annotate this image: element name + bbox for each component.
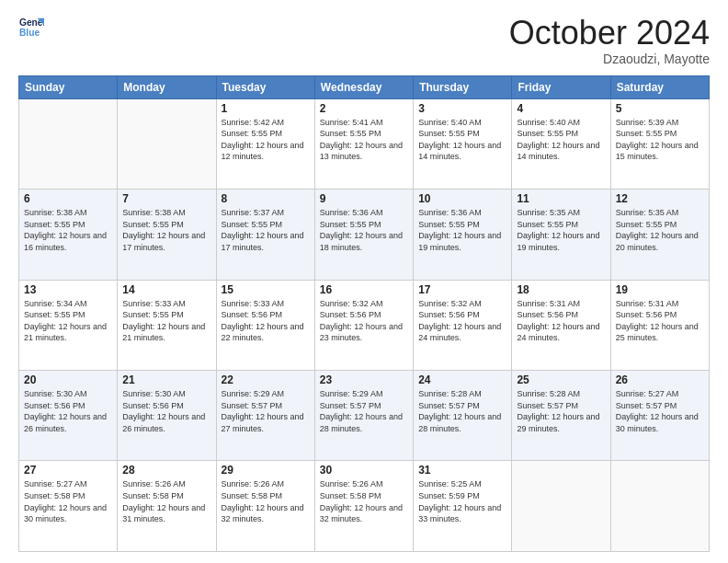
table-row: 26Sunrise: 5:27 AMSunset: 5:57 PMDayligh… <box>610 371 709 461</box>
calendar-table: Sunday Monday Tuesday Wednesday Thursday… <box>18 75 710 552</box>
table-row <box>118 98 216 189</box>
calendar-week-3: 13Sunrise: 5:34 AMSunset: 5:55 PMDayligh… <box>19 280 710 370</box>
table-row: 6Sunrise: 5:38 AMSunset: 5:55 PMDaylight… <box>19 190 118 280</box>
table-row <box>512 461 610 552</box>
col-wednesday: Wednesday <box>314 75 413 98</box>
day-number: 28 <box>122 464 210 477</box>
table-row: 20Sunrise: 5:30 AMSunset: 5:56 PMDayligh… <box>19 371 118 461</box>
day-info: Sunrise: 5:40 AMSunset: 5:55 PMDaylight:… <box>418 117 506 163</box>
month-title: October 2024 <box>509 15 710 52</box>
day-number: 19 <box>616 283 704 296</box>
page: General Blue October 2024 Dzaoudzi, Mayo… <box>0 0 728 563</box>
table-row: 3Sunrise: 5:40 AMSunset: 5:55 PMDaylight… <box>414 98 512 189</box>
day-info: Sunrise: 5:27 AMSunset: 5:58 PMDaylight:… <box>24 478 112 524</box>
day-info: Sunrise: 5:26 AMSunset: 5:58 PMDaylight:… <box>122 478 210 524</box>
day-info: Sunrise: 5:25 AMSunset: 5:59 PMDaylight:… <box>418 478 506 524</box>
logo-icon: General Blue <box>18 15 44 40</box>
day-info: Sunrise: 5:42 AMSunset: 5:55 PMDaylight:… <box>222 117 310 163</box>
day-info: Sunrise: 5:26 AMSunset: 5:58 PMDaylight:… <box>320 478 408 524</box>
day-number: 7 <box>122 192 210 205</box>
day-info: Sunrise: 5:39 AMSunset: 5:55 PMDaylight:… <box>616 117 704 163</box>
table-row: 8Sunrise: 5:37 AMSunset: 5:55 PMDaylight… <box>216 190 314 280</box>
table-row: 28Sunrise: 5:26 AMSunset: 5:58 PMDayligh… <box>118 461 216 552</box>
table-row: 24Sunrise: 5:28 AMSunset: 5:57 PMDayligh… <box>414 371 512 461</box>
col-tuesday: Tuesday <box>216 75 314 98</box>
day-info: Sunrise: 5:36 AMSunset: 5:55 PMDaylight:… <box>320 207 408 253</box>
table-row: 9Sunrise: 5:36 AMSunset: 5:55 PMDaylight… <box>314 190 413 280</box>
day-info: Sunrise: 5:27 AMSunset: 5:57 PMDaylight:… <box>616 388 704 434</box>
day-info: Sunrise: 5:40 AMSunset: 5:55 PMDaylight:… <box>517 117 605 163</box>
day-number: 8 <box>222 192 310 205</box>
col-thursday: Thursday <box>414 75 512 98</box>
day-number: 15 <box>222 283 310 296</box>
table-row <box>19 98 118 189</box>
calendar-week-2: 6Sunrise: 5:38 AMSunset: 5:55 PMDaylight… <box>19 190 710 280</box>
day-info: Sunrise: 5:32 AMSunset: 5:56 PMDaylight:… <box>320 298 408 344</box>
table-row: 2Sunrise: 5:41 AMSunset: 5:55 PMDaylight… <box>314 98 413 189</box>
day-number: 12 <box>616 192 704 205</box>
day-number: 30 <box>320 464 408 477</box>
table-row: 7Sunrise: 5:38 AMSunset: 5:55 PMDaylight… <box>118 190 216 280</box>
table-row: 22Sunrise: 5:29 AMSunset: 5:57 PMDayligh… <box>216 371 314 461</box>
day-info: Sunrise: 5:33 AMSunset: 5:55 PMDaylight:… <box>122 298 210 344</box>
day-info: Sunrise: 5:34 AMSunset: 5:55 PMDaylight:… <box>24 298 112 344</box>
day-number: 2 <box>320 102 408 115</box>
day-info: Sunrise: 5:26 AMSunset: 5:58 PMDaylight:… <box>222 478 310 524</box>
day-number: 20 <box>24 373 112 386</box>
day-info: Sunrise: 5:41 AMSunset: 5:55 PMDaylight:… <box>320 117 408 163</box>
table-row: 14Sunrise: 5:33 AMSunset: 5:55 PMDayligh… <box>118 280 216 370</box>
day-info: Sunrise: 5:29 AMSunset: 5:57 PMDaylight:… <box>320 388 408 434</box>
table-row: 23Sunrise: 5:29 AMSunset: 5:57 PMDayligh… <box>314 371 413 461</box>
table-row: 21Sunrise: 5:30 AMSunset: 5:56 PMDayligh… <box>118 371 216 461</box>
day-info: Sunrise: 5:31 AMSunset: 5:56 PMDaylight:… <box>517 298 605 344</box>
table-row: 10Sunrise: 5:36 AMSunset: 5:55 PMDayligh… <box>414 190 512 280</box>
day-info: Sunrise: 5:36 AMSunset: 5:55 PMDaylight:… <box>418 207 506 253</box>
day-info: Sunrise: 5:37 AMSunset: 5:55 PMDaylight:… <box>222 207 310 253</box>
svg-text:Blue: Blue <box>19 28 40 38</box>
day-number: 10 <box>418 192 506 205</box>
table-row: 13Sunrise: 5:34 AMSunset: 5:55 PMDayligh… <box>19 280 118 370</box>
col-monday: Monday <box>118 75 216 98</box>
day-number: 5 <box>616 102 704 115</box>
day-info: Sunrise: 5:30 AMSunset: 5:56 PMDaylight:… <box>24 388 112 434</box>
day-number: 25 <box>517 373 605 386</box>
day-info: Sunrise: 5:35 AMSunset: 5:55 PMDaylight:… <box>517 207 605 253</box>
day-number: 18 <box>517 283 605 296</box>
day-number: 16 <box>320 283 408 296</box>
header: General Blue October 2024 Dzaoudzi, Mayo… <box>18 15 710 66</box>
day-number: 4 <box>517 102 605 115</box>
day-number: 21 <box>122 373 210 386</box>
title-block: October 2024 Dzaoudzi, Mayotte <box>509 15 710 66</box>
day-info: Sunrise: 5:35 AMSunset: 5:55 PMDaylight:… <box>616 207 704 253</box>
day-number: 1 <box>222 102 310 115</box>
day-number: 22 <box>222 373 310 386</box>
col-friday: Friday <box>512 75 610 98</box>
day-info: Sunrise: 5:38 AMSunset: 5:55 PMDaylight:… <box>24 207 112 253</box>
table-row: 18Sunrise: 5:31 AMSunset: 5:56 PMDayligh… <box>512 280 610 370</box>
table-row: 31Sunrise: 5:25 AMSunset: 5:59 PMDayligh… <box>414 461 512 552</box>
location: Dzaoudzi, Mayotte <box>509 52 710 66</box>
calendar-week-5: 27Sunrise: 5:27 AMSunset: 5:58 PMDayligh… <box>19 461 710 552</box>
day-number: 29 <box>222 464 310 477</box>
day-info: Sunrise: 5:32 AMSunset: 5:56 PMDaylight:… <box>418 298 506 344</box>
calendar-week-4: 20Sunrise: 5:30 AMSunset: 5:56 PMDayligh… <box>19 371 710 461</box>
table-row: 29Sunrise: 5:26 AMSunset: 5:58 PMDayligh… <box>216 461 314 552</box>
header-row: Sunday Monday Tuesday Wednesday Thursday… <box>19 75 710 98</box>
day-info: Sunrise: 5:38 AMSunset: 5:55 PMDaylight:… <box>122 207 210 253</box>
day-number: 6 <box>24 192 112 205</box>
day-number: 13 <box>24 283 112 296</box>
day-number: 31 <box>418 464 506 477</box>
day-number: 9 <box>320 192 408 205</box>
day-info: Sunrise: 5:28 AMSunset: 5:57 PMDaylight:… <box>517 388 605 434</box>
day-number: 17 <box>418 283 506 296</box>
table-row: 30Sunrise: 5:26 AMSunset: 5:58 PMDayligh… <box>314 461 413 552</box>
logo: General Blue <box>18 15 44 40</box>
day-info: Sunrise: 5:30 AMSunset: 5:56 PMDaylight:… <box>122 388 210 434</box>
table-row: 12Sunrise: 5:35 AMSunset: 5:55 PMDayligh… <box>610 190 709 280</box>
table-row: 5Sunrise: 5:39 AMSunset: 5:55 PMDaylight… <box>610 98 709 189</box>
day-number: 11 <box>517 192 605 205</box>
table-row: 1Sunrise: 5:42 AMSunset: 5:55 PMDaylight… <box>216 98 314 189</box>
table-row: 19Sunrise: 5:31 AMSunset: 5:56 PMDayligh… <box>610 280 709 370</box>
table-row: 25Sunrise: 5:28 AMSunset: 5:57 PMDayligh… <box>512 371 610 461</box>
day-number: 23 <box>320 373 408 386</box>
